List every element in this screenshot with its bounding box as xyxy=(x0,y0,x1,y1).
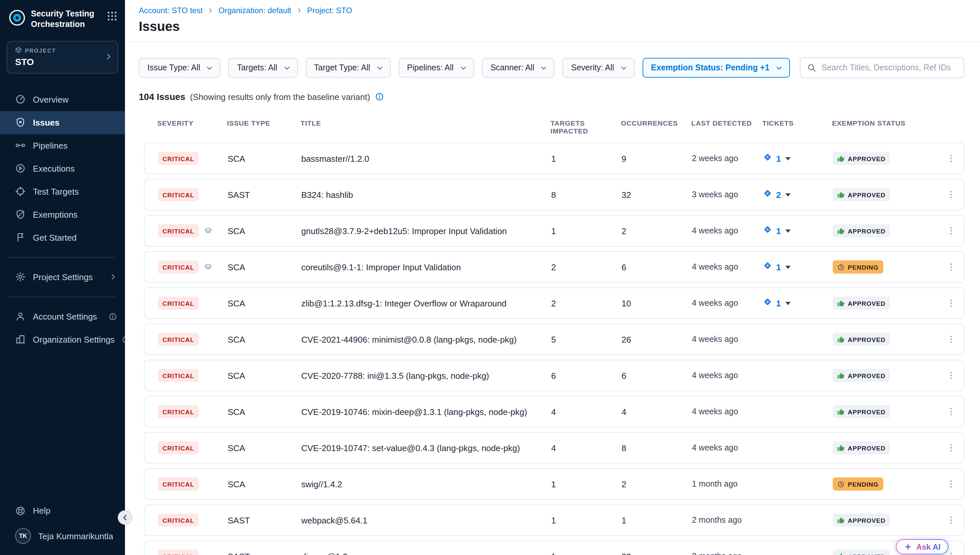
sidebar-item-exemptions[interactable]: Exemptions xyxy=(0,203,125,226)
severity-badge: CRITICAL xyxy=(158,224,199,237)
chevron-down-icon xyxy=(541,64,547,71)
issue-title: B324: hashlib xyxy=(301,190,551,200)
app-switcher-icon[interactable] xyxy=(107,11,117,24)
row-menu-kebab-icon[interactable] xyxy=(943,332,958,346)
row-menu-kebab-icon[interactable] xyxy=(943,151,958,166)
targets-impacted: 1 xyxy=(551,154,622,164)
row-menu-kebab-icon[interactable] xyxy=(943,296,958,310)
filter-exemption-status[interactable]: Exemption Status: Pending +1 xyxy=(642,58,790,78)
jira-ticket-icon xyxy=(763,225,772,237)
filter-targets[interactable]: Targets: All xyxy=(229,58,298,78)
issue-row[interactable]: CRITICAL SAST webpack@5.64.1 1 1 2 month… xyxy=(144,504,964,536)
exemption-status-badge: PENDING xyxy=(832,260,883,274)
issue-row[interactable]: CRITICAL SCA CVE-2019-10746: mixin-deep@… xyxy=(144,396,964,427)
issue-title: CVE-2019-10746: mixin-deep@1.3.1 (lang-p… xyxy=(301,407,551,417)
issue-row[interactable]: CRITICAL SAST django@1.2 1 22 2 months a… xyxy=(144,541,964,555)
issue-row[interactable]: CRITICAL SCA CVE-2019-10747: set-value@0… xyxy=(144,432,964,464)
filter-severity[interactable]: Severity: All xyxy=(563,58,635,78)
chevron-down-icon xyxy=(785,302,791,305)
row-menu-kebab-icon[interactable] xyxy=(943,224,958,238)
sidebar-item-account-settings[interactable]: Account Settings xyxy=(0,305,125,328)
col-exemption-status: EXEMPTION STATUS xyxy=(832,119,937,135)
info-icon[interactable] xyxy=(375,92,384,101)
nav-label: Exemptions xyxy=(33,209,78,219)
thumbs-up-icon xyxy=(837,553,845,555)
user-menu[interactable]: TK Teja Kummarikuntla xyxy=(0,522,125,550)
sidebar-item-organization-settings[interactable]: Organization Settings xyxy=(0,328,125,351)
row-menu-kebab-icon[interactable] xyxy=(943,513,958,528)
row-menu-kebab-icon[interactable] xyxy=(943,477,958,491)
sidebar-collapse-button[interactable] xyxy=(118,510,132,525)
issue-type: SCA xyxy=(228,154,301,164)
row-menu-kebab-icon[interactable] xyxy=(943,188,958,202)
sidebar-nav: Overview Issues Pipelines Executions Tes… xyxy=(0,88,125,249)
issue-row[interactable]: CRITICAL SCA swig//1.4.2 1 2 1 month ago… xyxy=(144,468,964,500)
issues-count: 104 Issues xyxy=(139,91,186,102)
exemption-status-badge: APPROVED xyxy=(832,369,890,382)
ticket-cell[interactable]: 1 xyxy=(763,261,832,273)
nav-label: Project Settings xyxy=(33,272,93,282)
issue-row[interactable]: CRITICAL SCA zlib@1:1.2.13.dfsg-1: Integ… xyxy=(144,287,964,319)
severity-badge: CRITICAL xyxy=(158,477,199,491)
filter-target-type[interactable]: Target Type: All xyxy=(305,58,391,78)
issue-row[interactable]: CRITICAL SCA bassmaster//1.2.0 1 9 2 wee… xyxy=(144,143,964,174)
info-icon[interactable] xyxy=(109,312,117,321)
last-detected: 1 month ago xyxy=(692,480,763,489)
screen: Security Testing Orchestration PROJECT S… xyxy=(0,0,980,555)
status-label: APPROVED xyxy=(848,553,885,555)
last-detected: 2 weeks ago xyxy=(692,154,763,163)
breadcrumb-account-link[interactable]: Account: STO test xyxy=(139,6,202,15)
thumbs-up-icon xyxy=(837,444,845,451)
ticket-cell[interactable]: 1 xyxy=(763,152,832,164)
nav-label: Help xyxy=(33,506,51,515)
ticket-cell[interactable]: 1 xyxy=(763,225,832,237)
row-menu-kebab-icon[interactable] xyxy=(943,368,958,383)
issue-row[interactable]: CRITICAL SAST B324: hashlib 8 32 3 weeks… xyxy=(144,179,964,210)
last-detected: 2 months ago xyxy=(692,515,763,525)
divider xyxy=(9,257,116,257)
issue-type: SCA xyxy=(228,298,301,308)
issue-row[interactable]: CRITICAL SCA CVE-2020-7788: ini@1.3.5 (l… xyxy=(144,360,964,391)
row-menu-kebab-icon[interactable] xyxy=(943,260,958,274)
sidebar-item-pipelines[interactable]: Pipelines xyxy=(0,134,125,157)
severity-badge: CRITICAL xyxy=(158,260,199,274)
ask-ai-button[interactable]: Ask AI xyxy=(896,539,948,554)
filter-pipelines[interactable]: Pipelines: All xyxy=(399,58,474,78)
exemptions-icon xyxy=(15,209,26,220)
severity-badge: CRITICAL xyxy=(158,369,199,382)
targets-impacted: 6 xyxy=(551,371,622,380)
col-tickets: TICKETS xyxy=(762,119,832,135)
chevron-down-icon xyxy=(206,64,213,71)
col-targets-impacted: TARGETS IMPACTED xyxy=(550,119,621,135)
last-detected: 4 weeks ago xyxy=(692,371,763,380)
sidebar-item-test-targets[interactable]: Test Targets xyxy=(0,180,125,203)
issue-type: SCA xyxy=(228,371,301,380)
breadcrumb-organization-link[interactable]: Organization: default xyxy=(218,6,291,15)
search-input[interactable] xyxy=(821,63,957,72)
issue-row[interactable]: CRITICAL SCA coreutils@9.1-1: Improper I… xyxy=(144,251,964,283)
issue-row[interactable]: CRITICAL SCA CVE-2021-44906: minimist@0.… xyxy=(144,324,964,355)
sidebar-item-get-started[interactable]: Get Started xyxy=(0,226,125,249)
breadcrumb-project-link[interactable]: Project: STO xyxy=(307,6,352,15)
filter-issue-type[interactable]: Issue Type: All xyxy=(139,58,221,78)
row-menu-kebab-icon[interactable] xyxy=(943,441,958,455)
ticket-cell[interactable]: 2 xyxy=(763,189,832,201)
chevron-down-icon xyxy=(785,265,791,269)
exemption-status-badge: APPROVED xyxy=(832,513,890,527)
sidebar-item-help[interactable]: Help xyxy=(0,499,125,522)
ticket-count: 2 xyxy=(776,190,781,200)
chevron-right-icon xyxy=(104,51,112,63)
severity-label: CRITICAL xyxy=(162,155,194,162)
filter-scanner[interactable]: Scanner: All xyxy=(482,58,555,78)
sidebar-item-issues[interactable]: Issues xyxy=(0,111,125,134)
sidebar-item-project-settings[interactable]: Project Settings xyxy=(0,265,125,288)
brand-header: Security Testing Orchestration xyxy=(0,0,125,30)
severity-badge: CRITICAL xyxy=(158,333,199,346)
sidebar-item-overview[interactable]: Overview xyxy=(0,88,125,111)
ticket-cell[interactable]: 1 xyxy=(763,297,832,309)
project-selector[interactable]: PROJECT STO xyxy=(6,40,119,73)
issue-row[interactable]: CRITICAL SCA gnutls28@3.7.9-2+deb12u5: I… xyxy=(144,215,964,247)
row-menu-kebab-icon[interactable] xyxy=(943,404,958,419)
sidebar-item-executions[interactable]: Executions xyxy=(0,157,125,180)
thumbs-up-icon xyxy=(837,155,845,162)
